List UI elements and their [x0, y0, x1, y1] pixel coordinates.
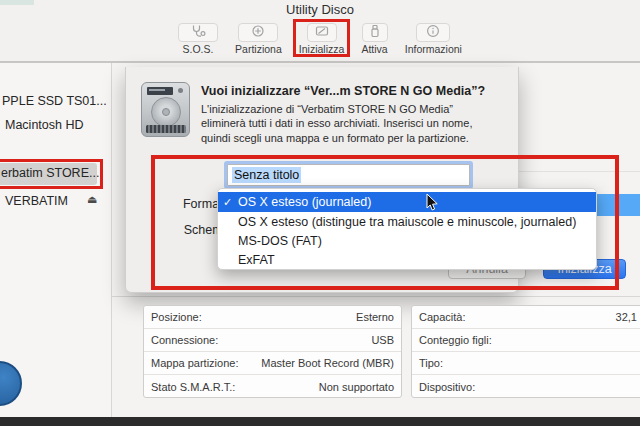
- menu-item-osx-case-sensitive[interactable]: OS X esteso (distingue tra maiuscole e m…: [218, 212, 596, 231]
- name-input-selected-text: Senza titolo: [232, 167, 301, 183]
- erase-icon: [314, 24, 330, 42]
- popup-highlight-strip: [597, 194, 640, 216]
- info-row-smart: Stato S.M.A.R.T.: Non supportato: [144, 375, 401, 398]
- device-info-table-right: Capacità: 32,1 Conteggio figli: Tipo: Di…: [411, 305, 640, 398]
- toolbar-button-group: S.O.S. Partiziona Inizializza: [178, 23, 462, 61]
- sidebar-item-apple-ssd[interactable]: PPLE SSD TS01...: [2, 94, 107, 108]
- stethoscope-icon: [190, 24, 206, 42]
- sos-button-label: S.O.S.: [183, 43, 214, 55]
- menu-item-msdos-fat[interactable]: MS-DOS (FAT): [218, 231, 596, 250]
- sidebar-item-macintosh-hd[interactable]: Macintosh HD: [5, 118, 84, 132]
- window-toolbar: Utility Disco S.O.S. Partiziona: [0, 0, 640, 62]
- info-row-capacita: Capacità: 32,1: [412, 306, 640, 329]
- eject-icon[interactable]: ⏏: [87, 193, 97, 206]
- dialog-title: Vuoi inizializzare “Ver...m STORE N GO M…: [201, 84, 511, 98]
- info-row-tipo: Tipo:: [412, 352, 640, 375]
- info-row-conteggio-figli: Conteggio figli:: [412, 329, 640, 352]
- erase-button-label: Inizializza: [299, 43, 345, 55]
- window-title: Utility Disco: [0, 2, 640, 17]
- erase-button[interactable]: Inizializza: [299, 23, 345, 55]
- menu-item-osx-journaled[interactable]: ✓ OS X esteso (journaled): [218, 192, 596, 212]
- info-button-label: Informazioni: [405, 43, 462, 55]
- sidebar-item-verbatim-store[interactable]: erbatim STORE...: [1, 166, 99, 180]
- info-row-posizione: Posizione: Esterno: [144, 306, 401, 329]
- info-row-dispositivo: Dispositivo:: [412, 375, 640, 398]
- mount-button-label: Attiva: [361, 43, 387, 55]
- sidebar-item-verbatim-volume[interactable]: VERBATIM: [5, 194, 68, 208]
- hard-disk-icon: [141, 82, 190, 137]
- info-pane-divider: [112, 296, 640, 297]
- device-info-table-left: Posizione: Esterno Connessione: USB Mapp…: [143, 305, 402, 398]
- partition-button[interactable]: Partiziona: [235, 23, 282, 55]
- menu-item-exfat[interactable]: ExFAT: [218, 250, 596, 269]
- checkmark-icon: ✓: [223, 196, 238, 209]
- info-row-mappa-partizione: Mappa partizione: Master Boot Record (MB…: [144, 352, 401, 375]
- bottom-bar: [0, 417, 640, 426]
- dialog-body-text: L'inizializzazione di “Verbatim STORE N …: [201, 102, 473, 145]
- mount-button[interactable]: Attiva: [361, 23, 387, 55]
- device-sidebar: PPLE SSD TS01... Macintosh HD erbatim ST…: [0, 63, 112, 417]
- name-input[interactable]: Senza titolo: [227, 164, 470, 186]
- info-row-connessione: Connessione: USB: [144, 329, 401, 352]
- mount-icon: [369, 24, 381, 42]
- background-section-line: [519, 171, 640, 172]
- info-button[interactable]: Informazioni: [405, 23, 462, 55]
- partition-button-label: Partiziona: [235, 43, 282, 55]
- format-dropdown-menu: ✓ OS X esteso (journaled) OS X esteso (d…: [217, 188, 597, 270]
- disk-utility-window: Utility Disco S.O.S. Partiziona: [0, 0, 640, 426]
- sos-button[interactable]: S.O.S.: [178, 23, 218, 55]
- partition-icon: [250, 24, 266, 42]
- info-icon: [426, 24, 440, 42]
